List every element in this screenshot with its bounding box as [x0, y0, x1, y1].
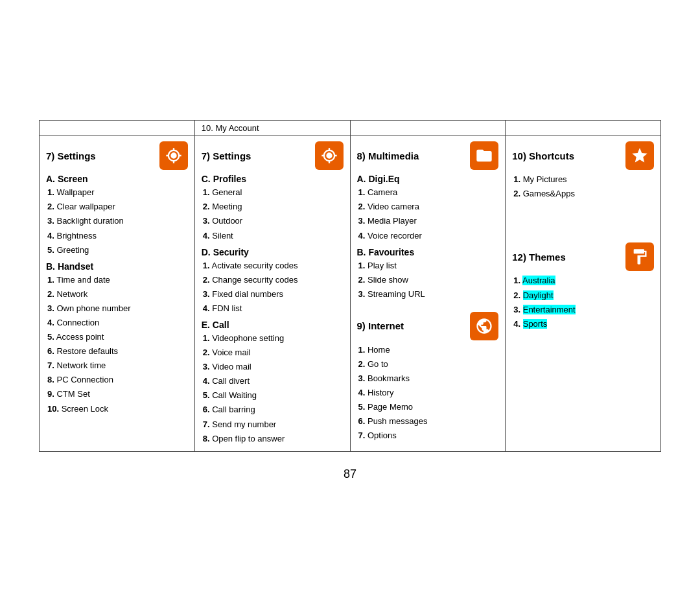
col2-cell: 7) Settings C. Profiles 1. General 2. Me…	[194, 136, 350, 452]
pre-col1	[40, 121, 195, 136]
pre-col2-text: 10. My Account	[202, 123, 259, 133]
col4-cell: 10) Shortcuts 1. My Pictures 2. Games&Ap…	[506, 136, 661, 452]
col3-item-a4: 4. Voice recorder	[357, 229, 499, 243]
col1-item-a2: 2. Clear wallpaper	[46, 200, 188, 214]
col2-header: 7) Settings	[202, 141, 344, 170]
col4-themes-item1: 1. Australia	[512, 274, 654, 288]
col3-item-a2: 2. Video camera	[357, 200, 499, 214]
col3-internet-item6: 6. Push messages	[357, 414, 499, 429]
col3-internet-header: 9) Internet	[357, 312, 499, 340]
col2-item-c4: 4. Silent	[202, 229, 344, 243]
col2-item-d3: 3. Fixed dial numbers	[202, 287, 344, 301]
col2-subsection-e: E. Call	[202, 320, 344, 330]
col3-internet-title: 9) Internet	[357, 320, 404, 331]
col2-item-d4: 4. FDN list	[202, 301, 344, 316]
settings2-icon	[320, 147, 338, 165]
col2-item-e7: 7. Send my number	[202, 418, 344, 432]
col3-subsection-b: B. Favourites	[357, 247, 499, 257]
col3-item-a3: 3. Media Player	[357, 214, 499, 228]
col2-item-e1: 1. Videophone setting	[202, 331, 344, 346]
col1-item-b6: 6. Restore defaults	[46, 344, 188, 359]
col4-themes-item3: 3. Entertainment	[512, 303, 654, 317]
col1-subsection-a: A. Screen	[46, 174, 188, 184]
col1-item-b10: 10. Screen Lock	[46, 402, 188, 416]
col1-item-a5: 5. Greeting	[46, 243, 188, 257]
col2-title: 7) Settings	[202, 150, 251, 161]
col1-item-b5: 5. Access point	[46, 330, 188, 344]
col3-icon-box	[470, 141, 498, 170]
pre-col3	[350, 121, 506, 136]
col4-shortcuts-item2: 2. Games&Apps	[512, 187, 654, 201]
col4-icon-box	[625, 141, 654, 170]
col4-themes-item2: 2. Daylight	[512, 289, 654, 303]
col3-item-a1: 1. Camera	[357, 185, 499, 200]
col4-title: 10) Shortcuts	[512, 150, 574, 161]
col4-themes-header: 12) Themes	[512, 242, 654, 271]
col4-header: 10) Shortcuts	[512, 141, 654, 170]
main-row: 7) Settings A. Screen 1. Wallpaper 2. Cl…	[40, 136, 661, 452]
col2-item-e6: 6. Call barring	[202, 403, 344, 417]
col1-item-b2: 2. Network	[46, 287, 188, 301]
col2-item-d2: 2. Change security codes	[202, 273, 344, 287]
main-table: 10. My Account 7) Settings A. Screen	[39, 120, 661, 452]
page-number: 87	[344, 467, 356, 481]
col2-subsection-c: C. Profiles	[202, 174, 344, 184]
col2-item-e8: 8. Open flip to answer	[202, 432, 344, 446]
col4-themes-item4: 4. Sports	[512, 317, 654, 331]
settings-icon	[165, 147, 183, 165]
multimedia-icon	[475, 147, 493, 165]
col1-item-b9: 9. CTM Set	[46, 387, 188, 401]
col3-internet-item3: 3. Bookmarks	[357, 371, 499, 386]
page-wrapper: 10. My Account 7) Settings A. Screen	[39, 120, 661, 481]
pre-header-row: 10. My Account	[40, 121, 661, 136]
col2-item-c2: 2. Meeting	[202, 200, 344, 214]
themes-icon	[631, 248, 649, 266]
col4-themes-icon-box	[625, 242, 654, 271]
col1-cell: 7) Settings A. Screen 1. Wallpaper 2. Cl…	[40, 136, 195, 452]
col2-item-e3: 3. Video mail	[202, 360, 344, 374]
col1-item-b4: 4. Connection	[46, 316, 188, 330]
internet-icon	[475, 317, 493, 335]
col2-item-c3: 3. Outdoor	[202, 214, 344, 228]
col1-item-b7: 7. Network time	[46, 359, 188, 373]
col1-header: 7) Settings	[46, 141, 188, 170]
col1-item-a1: 1. Wallpaper	[46, 185, 188, 200]
col3-title: 8) Multimedia	[357, 150, 419, 161]
col3-item-b3: 3. Streaming URL	[357, 287, 499, 301]
col4-shortcuts-item1: 1. My Pictures	[512, 172, 654, 187]
col2-item-e4: 4. Call divert	[202, 374, 344, 388]
col1-subsection-b: B. Handset	[46, 261, 188, 272]
col4-themes-australia: Australia	[522, 276, 555, 285]
pre-col4	[506, 121, 661, 136]
col1-item-b8: 8. PC Connection	[46, 373, 188, 387]
col4-themes-daylight: Daylight	[523, 290, 554, 300]
col3-header: 8) Multimedia	[357, 141, 499, 170]
col3-subsection-a: A. Digi.Eq	[357, 174, 499, 184]
col1-item-b3: 3. Own phone number	[46, 301, 188, 316]
col2-item-e5: 5. Call Waiting	[202, 388, 344, 403]
col4-themes-sports: Sports	[523, 319, 548, 329]
col3-internet-item5: 5. Page Memo	[357, 400, 499, 414]
col3-internet-item1: 1. Home	[357, 343, 499, 357]
shortcuts-icon	[631, 147, 649, 165]
col3-internet-item7: 7. Options	[357, 429, 499, 443]
col4-themes-title: 12) Themes	[512, 252, 566, 263]
col3-cell: 8) Multimedia A. Digi.Eq 1. Camera 2. Vi…	[350, 136, 506, 452]
col1-item-a4: 4. Brightness	[46, 229, 188, 243]
pre-col2: 10. My Account	[194, 121, 350, 136]
col1-title: 7) Settings	[46, 150, 96, 161]
col2-icon-box	[315, 141, 344, 170]
col2-subsection-d: D. Security	[202, 247, 344, 257]
col3-internet-icon-box	[470, 312, 498, 340]
col2-item-d1: 1. Activate security codes	[202, 259, 344, 273]
col2-item-e2: 2. Voice mail	[202, 346, 344, 360]
col3-internet-item2: 2. Go to	[357, 357, 499, 371]
col4-themes-entertainment: Entertainment	[523, 305, 576, 314]
col1-item-a3: 3. Backlight duration	[46, 214, 188, 228]
col1-item-b1: 1. Time and date	[46, 273, 188, 287]
col1-icon-box	[159, 141, 188, 170]
col3-item-b2: 2. Slide show	[357, 273, 499, 287]
col3-internet-item4: 4. History	[357, 386, 499, 400]
col2-item-c1: 1. General	[202, 185, 344, 200]
col3-item-b1: 1. Play list	[357, 259, 499, 273]
